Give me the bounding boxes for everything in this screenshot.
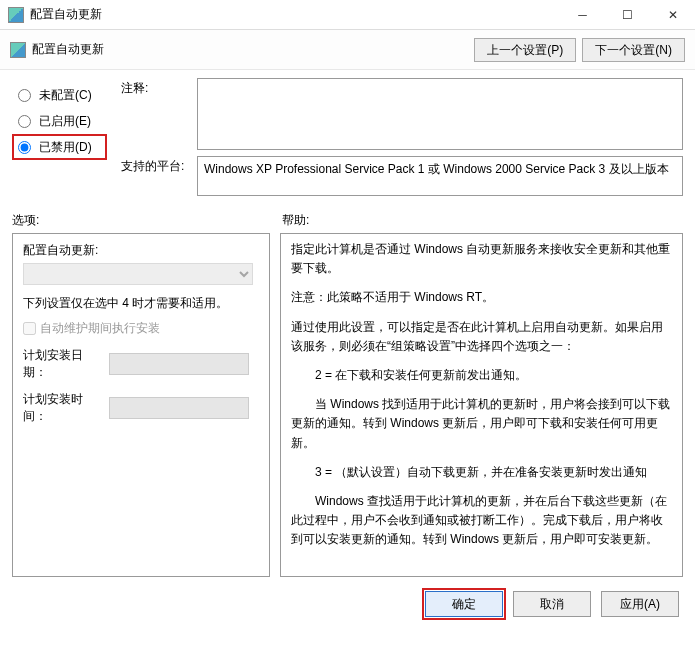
platform-label: 支持的平台: <box>121 156 189 196</box>
radio-enabled-label: 已启用(E) <box>39 113 91 130</box>
upper-section: 未配置(C) 已启用(E) 已禁用(D) 注释: 支持的平台: Windows … <box>12 78 683 202</box>
radio-disabled-label: 已禁用(D) <box>39 139 92 156</box>
toolbar: 配置自动更新 上一个设置(P) 下一个设置(N) <box>0 30 695 70</box>
radio-not-configured-input[interactable] <box>18 89 31 102</box>
cancel-button[interactable]: 取消 <box>513 591 591 617</box>
help-panel[interactable]: 指定此计算机是否通过 Windows 自动更新服务来接收安全更新和其他重要下载。… <box>280 233 683 577</box>
radio-not-configured-label: 未配置(C) <box>39 87 92 104</box>
next-setting-button[interactable]: 下一个设置(N) <box>582 38 685 62</box>
configure-combo[interactable] <box>23 263 253 285</box>
meta-fields: 注释: 支持的平台: Windows XP Professional Servi… <box>121 78 683 202</box>
help-p3: 通过使用此设置，可以指定是否在此计算机上启用自动更新。如果启用该服务，则必须在“… <box>291 318 672 356</box>
comment-label: 注释: <box>121 78 189 150</box>
footer: 确定 取消 应用(A) <box>0 581 695 627</box>
comment-input[interactable] <box>197 78 683 150</box>
schedule-time-label: 计划安装时间： <box>23 391 103 425</box>
platform-value: Windows XP Professional Service Pack 1 或… <box>197 156 683 196</box>
help-p1: 指定此计算机是否通过 Windows 自动更新服务来接收安全更新和其他重要下载。 <box>291 240 672 278</box>
state-radio-group: 未配置(C) 已启用(E) 已禁用(D) <box>12 78 107 202</box>
help-p5: 当 Windows 找到适用于此计算机的更新时，用户将会接到可以下载更新的通知。… <box>291 395 672 453</box>
close-button[interactable]: ✕ <box>650 0 695 29</box>
radio-enabled-input[interactable] <box>18 115 31 128</box>
maintenance-checkbox-row[interactable]: 自动维护期间执行安装 <box>23 320 259 337</box>
policy-icon <box>10 42 26 58</box>
options-panel: 配置自动更新: 下列设置仅在选中 4 时才需要和适用。 自动维护期间执行安装 计… <box>12 233 270 577</box>
radio-disabled[interactable]: 已禁用(D) <box>12 134 107 160</box>
content-area: 未配置(C) 已启用(E) 已禁用(D) 注释: 支持的平台: Windows … <box>0 70 695 581</box>
help-label: 帮助: <box>282 212 683 229</box>
radio-not-configured[interactable]: 未配置(C) <box>12 82 107 108</box>
ok-button[interactable]: 确定 <box>425 591 503 617</box>
app-icon <box>8 7 24 23</box>
help-p4: 2 = 在下载和安装任何更新前发出通知。 <box>291 366 672 385</box>
schedule-day-label: 计划安装日期： <box>23 347 103 381</box>
options-label: 选项: <box>12 212 282 229</box>
help-p2: 注意：此策略不适用于 Windows RT。 <box>291 288 672 307</box>
maximize-button[interactable]: ☐ <box>605 0 650 29</box>
maintenance-checkbox-label: 自动维护期间执行安装 <box>40 320 160 337</box>
schedule-day-combo[interactable] <box>109 353 249 375</box>
radio-enabled[interactable]: 已启用(E) <box>12 108 107 134</box>
main-area: 配置自动更新: 下列设置仅在选中 4 时才需要和适用。 自动维护期间执行安装 计… <box>12 233 683 577</box>
apply-button[interactable]: 应用(A) <box>601 591 679 617</box>
toolbar-title: 配置自动更新 <box>32 41 468 58</box>
schedule-day-row: 计划安装日期： <box>23 347 259 381</box>
configure-label: 配置自动更新: <box>23 242 259 259</box>
help-p7: Windows 查找适用于此计算机的更新，并在后台下载这些更新（在此过程中，用户… <box>291 492 672 550</box>
comment-row: 注释: <box>121 78 683 150</box>
schedule-time-combo[interactable] <box>109 397 249 419</box>
minimize-button[interactable]: ─ <box>560 0 605 29</box>
prev-setting-button[interactable]: 上一个设置(P) <box>474 38 576 62</box>
maintenance-checkbox[interactable] <box>23 322 36 335</box>
options-note: 下列设置仅在选中 4 时才需要和适用。 <box>23 295 259 312</box>
window-title: 配置自动更新 <box>30 6 560 23</box>
window-controls: ─ ☐ ✕ <box>560 0 695 29</box>
section-labels: 选项: 帮助: <box>12 212 683 229</box>
radio-disabled-input[interactable] <box>18 141 31 154</box>
platform-row: 支持的平台: Windows XP Professional Service P… <box>121 156 683 196</box>
help-p6: 3 = （默认设置）自动下载更新，并在准备安装更新时发出通知 <box>291 463 672 482</box>
schedule-time-row: 计划安装时间： <box>23 391 259 425</box>
title-bar: 配置自动更新 ─ ☐ ✕ <box>0 0 695 30</box>
